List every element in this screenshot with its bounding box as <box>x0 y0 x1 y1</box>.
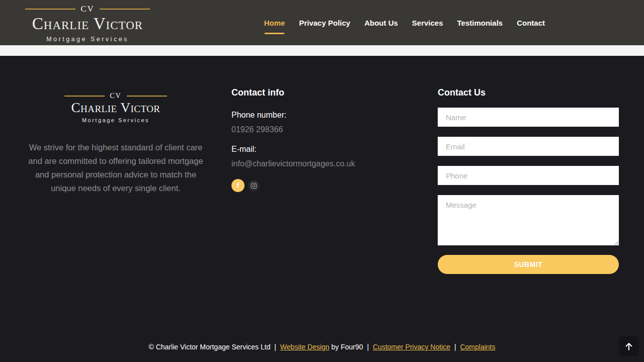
logo-name: Charlie Victor <box>71 100 160 116</box>
logo-line-left <box>25 9 75 10</box>
footer-logo-initials-row: CV <box>64 92 167 100</box>
contact-info-heading: Contact info <box>231 87 403 98</box>
customer-privacy-notice-link[interactable]: Customer Privacy Notice <box>373 343 450 351</box>
phone-input[interactable] <box>438 166 619 185</box>
main-nav: Home Privacy Policy About Us Services Te… <box>264 0 545 45</box>
nav-link-home[interactable]: Home <box>264 19 285 27</box>
submit-button[interactable]: SUBMIT <box>438 255 619 274</box>
header-logo[interactable]: CV Charlie Victor Mortgage Services <box>25 4 150 43</box>
facebook-icon[interactable]: f <box>231 179 245 192</box>
contact-form: SUBMIT <box>438 108 619 274</box>
logo-line-right <box>100 9 150 10</box>
phone-label: Phone number: <box>231 111 403 120</box>
nav-link-privacy-policy[interactable]: Privacy Policy <box>299 19 350 27</box>
separator: | <box>367 343 369 351</box>
logo-name: Charlie Victor <box>32 15 143 33</box>
email-value: info@charlievictormortgages.co.uk <box>231 159 403 168</box>
instagram-icon[interactable] <box>248 180 260 192</box>
copyright-text: © Charlie Victor Mortgage Services Ltd <box>148 343 270 351</box>
message-textarea[interactable] <box>438 195 619 245</box>
logo-tagline: Mortgage Services <box>82 117 149 123</box>
separator: | <box>274 343 276 351</box>
nav-link-testimonials[interactable]: Testimonials <box>457 19 503 27</box>
logo-initials: CV <box>80 4 95 14</box>
by-text: by Four90 <box>332 343 363 351</box>
footer-about-column: CV Charlie Victor Mortgage Services We s… <box>25 92 206 195</box>
nav-link-services[interactable]: Services <box>412 19 443 27</box>
website-design-link[interactable]: Website Design <box>280 343 330 351</box>
footer-contact-info-column: Contact info Phone number: 01926 298366 … <box>231 87 403 192</box>
scroll-to-top-button[interactable] <box>619 336 639 356</box>
contact-us-heading: Contact Us <box>438 87 619 98</box>
about-text: We strive for the highest standard of cl… <box>25 141 206 195</box>
logo-line-left <box>64 96 105 97</box>
logo-initials: CV <box>110 92 121 100</box>
logo-line-right <box>127 96 167 97</box>
nav-link-contact[interactable]: Contact <box>517 19 545 27</box>
complaints-link[interactable]: Complaints <box>460 343 495 351</box>
facebook-glyph: f <box>237 181 239 190</box>
logo-tagline: Mortgage Services <box>46 36 129 43</box>
site-footer: CV Charlie Victor Mortgage Services We s… <box>0 56 644 362</box>
nav-link-about-us[interactable]: About Us <box>364 19 398 27</box>
logo-initials-row: CV <box>25 4 150 14</box>
email-input[interactable] <box>438 137 619 156</box>
separator: | <box>454 343 456 351</box>
social-links: f <box>231 179 403 192</box>
legal-bar: © Charlie Victor Mortgage Services Ltd |… <box>0 343 644 351</box>
email-label: E-mail: <box>231 145 403 154</box>
site-header: CV Charlie Victor Mortgage Services Home… <box>0 0 644 45</box>
footer-contact-form-column: Contact Us SUBMIT <box>438 87 619 274</box>
arrow-up-icon <box>624 341 634 351</box>
name-input[interactable] <box>438 108 619 127</box>
footer-logo: CV Charlie Victor Mortgage Services <box>64 92 167 123</box>
phone-value: 01926 298366 <box>231 125 403 134</box>
content-strip <box>0 45 644 56</box>
